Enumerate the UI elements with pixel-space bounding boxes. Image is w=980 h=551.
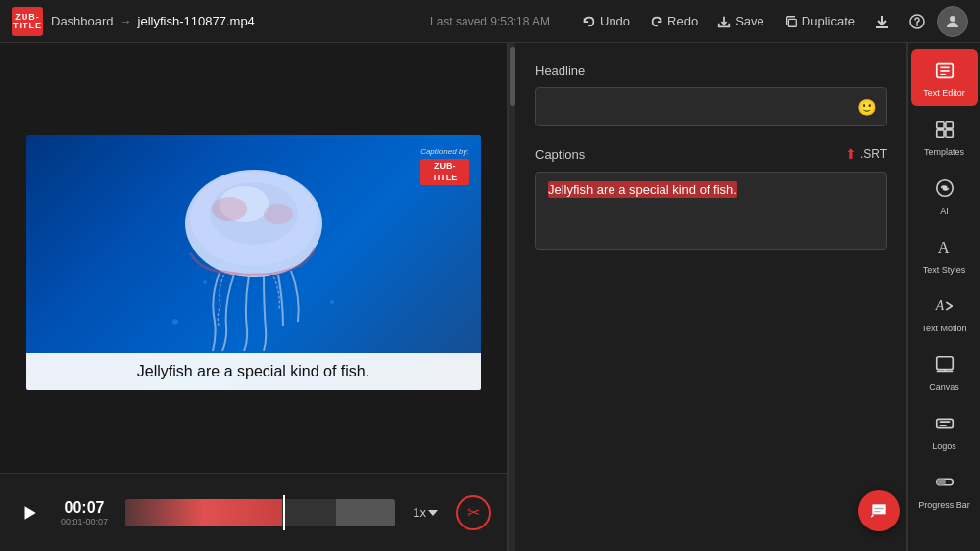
- headline-input[interactable]: [535, 87, 887, 126]
- download-button[interactable]: [866, 6, 898, 37]
- svg-marker-16: [25, 506, 36, 520]
- sidebar-label-templates: Templates: [924, 147, 964, 157]
- svg-rect-37: [874, 511, 881, 512]
- scroll-indicator: [508, 43, 515, 551]
- sidebar-label-text-styles: Text Styles: [923, 265, 966, 275]
- duplicate-button[interactable]: Duplicate: [776, 10, 862, 32]
- main-body: Captioned by: ZUB- TITLE Jellyfish are a…: [0, 43, 980, 551]
- avatar[interactable]: [937, 6, 968, 37]
- logos-icon: [931, 410, 958, 437]
- svg-point-14: [212, 197, 247, 221]
- sidebar-item-templates[interactable]: Templates: [911, 108, 978, 165]
- timeline-area: 00:07 00:01-00:07 1x ✂: [0, 473, 507, 551]
- breadcrumb-arrow: →: [120, 14, 132, 28]
- svg-rect-36: [874, 508, 884, 510]
- scissors-button[interactable]: ✂: [456, 495, 491, 530]
- text-motion-icon: A: [931, 292, 958, 320]
- svg-point-15: [264, 204, 293, 224]
- canvas-icon: [931, 351, 958, 378]
- play-button[interactable]: [16, 499, 43, 526]
- emoji-button[interactable]: 🙂: [858, 98, 877, 117]
- svg-rect-25: [945, 130, 952, 137]
- time-current: 00:07: [65, 499, 105, 517]
- srt-label: .SRT: [860, 147, 887, 161]
- save-button[interactable]: Save: [710, 10, 772, 32]
- svg-point-6: [950, 16, 956, 22]
- timeline-track[interactable]: [125, 499, 395, 526]
- sidebar-item-text-editor[interactable]: Text Editor: [911, 49, 978, 106]
- video-container: Captioned by: ZUB- TITLE Jellyfish are a…: [26, 135, 481, 390]
- speed-value: 1x: [413, 505, 426, 520]
- saved-label: Last saved 9:53:18 AM: [430, 15, 550, 28]
- svg-rect-23: [945, 122, 952, 128]
- timeline-remaining: [336, 499, 396, 526]
- svg-rect-1: [788, 19, 796, 26]
- scroll-thumb: [510, 47, 515, 106]
- topnav: ZUB- TITLE Dashboard → jellyfish-110877.…: [0, 0, 980, 43]
- ai-icon: [931, 175, 958, 202]
- timeline-needle: [283, 495, 285, 530]
- sidebar-item-progress-bar[interactable]: Progress Bar: [911, 461, 978, 518]
- watermark-logo: ZUB- TITLE: [420, 159, 468, 185]
- timeline-progress: [125, 499, 282, 526]
- templates-icon: [931, 116, 958, 143]
- video-background: Captioned by: ZUB- TITLE: [26, 135, 481, 390]
- upload-icon: ⬆: [845, 146, 857, 162]
- svg-point-27: [943, 186, 947, 190]
- center-panel: Headline 🙂 Captions ⬆ .SRT Jellyfish are…: [515, 43, 907, 551]
- sidebar-label-ai: AI: [940, 206, 949, 216]
- svg-rect-33: [936, 419, 953, 427]
- text-editor-icon: [931, 57, 958, 84]
- sidebar-label-text-motion: Text Motion: [921, 324, 966, 333]
- nav-actions: Undo Redo Save Duplicate: [574, 6, 968, 37]
- svg-point-8: [330, 300, 334, 304]
- sidebar-label-text-editor: Text Editor: [923, 88, 965, 98]
- svg-point-7: [172, 319, 178, 325]
- sidebar-label-logos: Logos: [932, 441, 956, 451]
- headline-input-wrap: 🙂: [535, 87, 887, 126]
- time-range: 00:01-00:07: [61, 517, 108, 526]
- chat-fab-button[interactable]: [858, 490, 900, 531]
- captions-label: Captions: [535, 147, 585, 162]
- undo-button[interactable]: Undo: [574, 10, 638, 32]
- editor-panel: Headline 🙂 Captions ⬆ .SRT Jellyfish are…: [515, 43, 906, 551]
- svg-point-5: [917, 25, 918, 25]
- svg-rect-24: [936, 130, 943, 137]
- sidebar-label-progress-bar: Progress Bar: [918, 500, 970, 510]
- video-area: Captioned by: ZUB- TITLE Jellyfish are a…: [0, 43, 507, 473]
- redo-button[interactable]: Redo: [642, 10, 706, 32]
- sidebar-item-text-styles[interactable]: A Text Styles: [911, 225, 978, 282]
- progress-bar-icon: [931, 469, 958, 496]
- caption-text-container[interactable]: Jellyfish are a special kind of fish.: [535, 172, 887, 250]
- svg-rect-30: [936, 357, 953, 370]
- speed-button[interactable]: 1x: [407, 501, 444, 524]
- video-caption-bar: Jellyfish are a special kind of fish.: [26, 353, 481, 390]
- caption-highlighted-text: Jellyfish are a special kind of fish.: [548, 181, 737, 198]
- sidebar-item-text-motion[interactable]: A Text Motion: [911, 284, 978, 341]
- help-button[interactable]: [902, 6, 933, 37]
- svg-text:A: A: [937, 238, 949, 257]
- srt-button[interactable]: ⬆ .SRT: [845, 146, 887, 162]
- sidebar-label-canvas: Canvas: [929, 382, 959, 392]
- filename-label: jellyfish-110877.mp4: [138, 14, 255, 28]
- svg-marker-17: [428, 510, 438, 516]
- caption-text: Jellyfish are a special kind of fish.: [137, 363, 369, 379]
- jellyfish-illustration: [146, 145, 362, 351]
- app-logo: ZUB- TITLE: [12, 7, 43, 36]
- watermark: Captioned by: ZUB- TITLE: [420, 147, 468, 185]
- right-sidebar: Text Editor Templates: [907, 43, 980, 551]
- svg-point-9: [203, 280, 207, 284]
- dashboard-link[interactable]: Dashboard: [51, 14, 114, 28]
- svg-rect-35: [936, 479, 945, 485]
- sidebar-item-logos[interactable]: Logos: [911, 402, 978, 459]
- time-display: 00:07 00:01-00:07: [55, 499, 114, 526]
- sidebar-item-canvas[interactable]: Canvas: [911, 343, 978, 400]
- sidebar-item-ai[interactable]: AI: [911, 167, 978, 224]
- captions-header: Captions ⬆ .SRT: [535, 146, 887, 162]
- svg-rect-22: [936, 122, 943, 128]
- svg-text:A: A: [934, 298, 944, 313]
- text-styles-icon: A: [931, 233, 958, 261]
- left-panel: Captioned by: ZUB- TITLE Jellyfish are a…: [0, 43, 508, 551]
- headline-label: Headline: [535, 63, 887, 77]
